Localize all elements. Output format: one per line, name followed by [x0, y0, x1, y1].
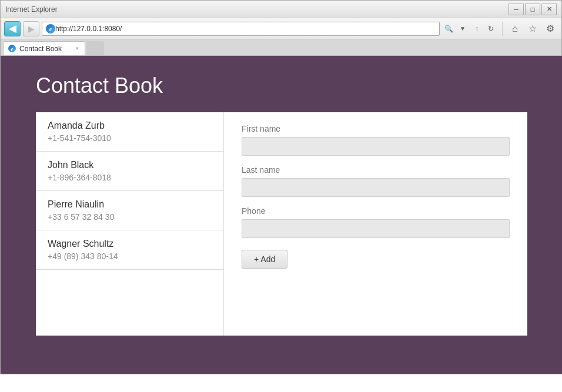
last-name-input[interactable] [242, 178, 510, 197]
back-button[interactable]: ◀ [4, 21, 21, 36]
ie-favicon-icon [46, 24, 55, 33]
page-content: Contact Book Amanda Zurb+1-541-754-3010J… [1, 56, 562, 374]
title-bar: Internet Explorer ─ □ ✕ [1, 1, 561, 18]
contact-phone: +1-896-364-8018 [48, 173, 212, 182]
contact-item[interactable]: Amanda Zurb+1-541-754-3010 [36, 112, 223, 152]
minimize-button[interactable]: ─ [509, 4, 524, 15]
settings-icon[interactable]: ⚙ [543, 21, 558, 36]
contact-phone: +49 (89) 343 80-14 [48, 252, 212, 261]
navigation-bar: ◀ ▶ http://127.0.0.1:8080/ 🔍 ▼ ↑ ↻ ⌂ ☆ ⚙ [1, 18, 561, 39]
last-name-label: Last name [242, 165, 510, 175]
window-controls: ─ □ ✕ [509, 4, 557, 15]
first-name-label: First name [242, 124, 510, 133]
maximize-button[interactable]: □ [525, 4, 540, 15]
phone-input[interactable] [242, 219, 510, 238]
active-tab[interactable]: Contact Book × [3, 41, 85, 55]
contact-item[interactable]: Pierre Niaulin+33 6 57 32 84 30 [36, 191, 223, 230]
contact-name: John Black [48, 160, 212, 170]
contact-phone: +1-541-754-3010 [48, 133, 212, 143]
browser-window: Internet Explorer ─ □ ✕ ◀ ▶ http://127.0… [0, 0, 562, 374]
share-icon[interactable]: ↑ [470, 22, 483, 35]
tab-label: Contact Book [19, 45, 62, 53]
favorites-icon[interactable]: ☆ [525, 21, 540, 36]
divider [502, 22, 503, 36]
contact-name: Pierre Niaulin [48, 199, 212, 210]
contact-name: Wagner Schultz [48, 239, 212, 249]
tab-bar: Contact Book × [1, 39, 561, 56]
window-title: Internet Explorer [5, 5, 58, 14]
search-icon[interactable]: 🔍 [442, 22, 455, 35]
home-icon[interactable]: ⌂ [507, 21, 523, 36]
compatibility-icon[interactable]: ▼ [456, 22, 469, 35]
phone-group: Phone [242, 206, 510, 238]
first-name-input[interactable] [242, 137, 510, 156]
contact-list: Amanda Zurb+1-541-754-3010John Black+1-8… [36, 112, 224, 336]
contact-name: Amanda Zurb [48, 120, 212, 131]
contact-phone: +33 6 57 32 84 30 [48, 212, 212, 222]
address-bar[interactable]: http://127.0.0.1:8080/ [42, 22, 440, 36]
last-name-group: Last name [242, 165, 510, 197]
phone-label: Phone [242, 206, 510, 216]
first-name-group: First name [242, 124, 510, 156]
forward-button[interactable]: ▶ [23, 21, 39, 36]
contact-item[interactable]: Wagner Schultz+49 (89) 343 80-14 [36, 230, 223, 270]
tab-favicon-icon [8, 45, 16, 52]
address-actions: 🔍 ▼ ↑ ↻ [442, 22, 497, 35]
tab-close-button[interactable]: × [74, 45, 80, 52]
address-text: http://127.0.0.1:8080/ [55, 25, 436, 33]
page-title: Contact Book [36, 73, 527, 98]
contact-book-container: Amanda Zurb+1-541-754-3010John Black+1-8… [36, 112, 527, 336]
address-bar-container: http://127.0.0.1:8080/ 🔍 ▼ ↑ ↻ [42, 22, 497, 36]
contact-form: First name Last name Phone + Add [224, 112, 527, 336]
refresh-icon[interactable]: ↻ [484, 22, 497, 35]
add-button[interactable]: + Add [242, 250, 287, 269]
close-button[interactable]: ✕ [541, 4, 557, 15]
new-tab-button[interactable] [86, 41, 104, 55]
contact-item[interactable]: John Black+1-896-364-8018 [36, 152, 223, 191]
